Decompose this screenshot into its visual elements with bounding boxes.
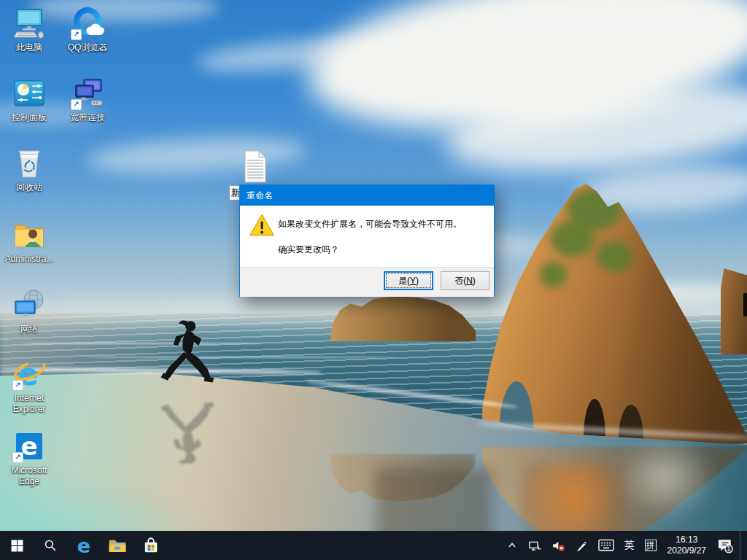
internet-explorer-icon: e ↗: [12, 357, 47, 392]
wave-foam: [88, 357, 394, 358]
desktop-icon-qq-browser[interactable]: ↗ QQ浏览器: [58, 6, 117, 53]
microsoft-store-icon: [142, 537, 160, 554]
ime-mode-button[interactable]: 拼: [641, 531, 660, 560]
network-status-icon: [528, 540, 542, 552]
desktop-icon-administrator-folder[interactable]: Administra...: [0, 217, 58, 265]
shortcut-arrow-icon: ↗: [71, 99, 82, 110]
desktop: 此电脑 ↗ QQ浏览器: [0, 0, 747, 560]
folder-icon: [108, 536, 127, 555]
network-tray-button[interactable]: [525, 531, 546, 560]
taskbar-edge-button[interactable]: e: [67, 531, 101, 560]
ime-pinyin-label: 拼: [645, 540, 657, 551]
runner-silhouette: [153, 318, 220, 394]
desktop-icon-label: 控制面板: [0, 112, 58, 123]
desktop-icon-microsoft-edge[interactable]: e ↗ Microsoft Edge: [0, 429, 58, 487]
svg-text:1: 1: [727, 545, 730, 553]
chevron-up-icon: [506, 540, 518, 551]
recycle-bin-icon: [12, 146, 47, 181]
clock-date: 2020/9/27: [667, 545, 706, 556]
control-panel-icon: [12, 76, 47, 111]
shortcut-arrow-icon: ↗: [12, 380, 23, 391]
desktop-icon-control-panel[interactable]: 控制面板: [0, 76, 58, 123]
windows-logo-icon: [11, 540, 23, 552]
wave-foam: [22, 343, 263, 344]
search-button[interactable]: [34, 531, 67, 560]
desktop-icon-label: 回收站: [0, 182, 58, 193]
tray-chevron-button[interactable]: [503, 531, 522, 560]
yes-button[interactable]: 是(Y): [384, 271, 433, 290]
microsoft-edge-icon: e ↗: [12, 429, 47, 464]
taskbar: e: [0, 531, 747, 560]
desktop-icon-internet-explorer[interactable]: e ↗ Internet Explorer: [0, 357, 58, 415]
desktop-icon-label: Internet Explorer: [0, 393, 58, 415]
desktop-icon-broadband[interactable]: ↗ 宽带连接: [58, 76, 117, 123]
store-button[interactable]: [134, 531, 168, 560]
new-text-document-icon[interactable]: [244, 150, 266, 186]
this-pc-icon: [12, 6, 47, 41]
search-icon: [44, 539, 57, 552]
file-explorer-button[interactable]: [101, 531, 134, 560]
desktop-icon-label: 宽带连接: [58, 112, 117, 123]
qq-browser-icon: ↗: [70, 6, 105, 41]
taskbar-left: e: [0, 531, 168, 560]
desktop-icon-label: 此电脑: [0, 42, 58, 53]
edge-icon: e: [77, 536, 90, 556]
clock-time: 16:13: [667, 534, 706, 545]
shortcut-arrow-icon: ↗: [71, 29, 82, 40]
dialog-message-line1: 如果改变文件扩展名，可能会导致文件不可用。: [278, 218, 462, 230]
desktop-icon-label: Administra...: [0, 254, 58, 265]
mouse-cursor: [743, 293, 747, 316]
user-folder-icon: [12, 217, 47, 252]
volume-tray-button[interactable]: [549, 531, 569, 560]
windows-ink-button[interactable]: [572, 531, 592, 560]
clock[interactable]: 16:13 2020/9/27: [663, 534, 711, 556]
broadband-connection-icon: ↗: [70, 76, 105, 111]
dialog-title-bar[interactable]: 重命名: [240, 185, 494, 206]
desktop-icon-label: 网络: [0, 324, 58, 335]
network-icon: [12, 287, 47, 322]
start-button[interactable]: [0, 531, 34, 560]
desktop-icon-recycle-bin[interactable]: 回收站: [0, 146, 58, 193]
desktop-icon-label: QQ浏览器: [58, 42, 117, 53]
runner-reflection: [153, 391, 220, 467]
ime-language-button[interactable]: 英: [621, 531, 638, 560]
system-tray: 英 拼 16:13 2020/9/27 1: [503, 531, 747, 560]
cloud-reflection: [616, 436, 715, 520]
touch-keyboard-button[interactable]: [595, 531, 618, 560]
desktop-icon-this-pc[interactable]: 此电脑: [0, 6, 58, 53]
keyboard-icon: [598, 539, 614, 552]
dialog-footer: 是(Y) 否(N): [240, 267, 494, 297]
dialog-body: 如果改变文件扩展名，可能会导致文件不可用。 确实要更改吗？: [240, 206, 494, 267]
warning-icon: [249, 213, 275, 241]
action-center-icon: 1: [717, 537, 733, 553]
ime-en-label: 英: [624, 539, 635, 552]
shortcut-arrow-icon: ↗: [12, 452, 23, 463]
action-center-button[interactable]: 1: [713, 531, 737, 560]
dialog-message-line2: 确实要更改吗？: [278, 244, 339, 256]
show-desktop-button[interactable]: [740, 531, 744, 560]
speaker-muted-icon: [552, 540, 565, 552]
desktop-icon-label: Microsoft Edge: [0, 465, 58, 487]
rename-dialog: 重命名 如果改变文件扩展名，可能会导致文件不可用。 确实要更改吗？ 是(Y) 否…: [239, 184, 495, 297]
no-button[interactable]: 否(N): [441, 271, 489, 290]
desktop-icon-network[interactable]: 网络: [0, 287, 58, 335]
pen-icon: [576, 540, 588, 552]
